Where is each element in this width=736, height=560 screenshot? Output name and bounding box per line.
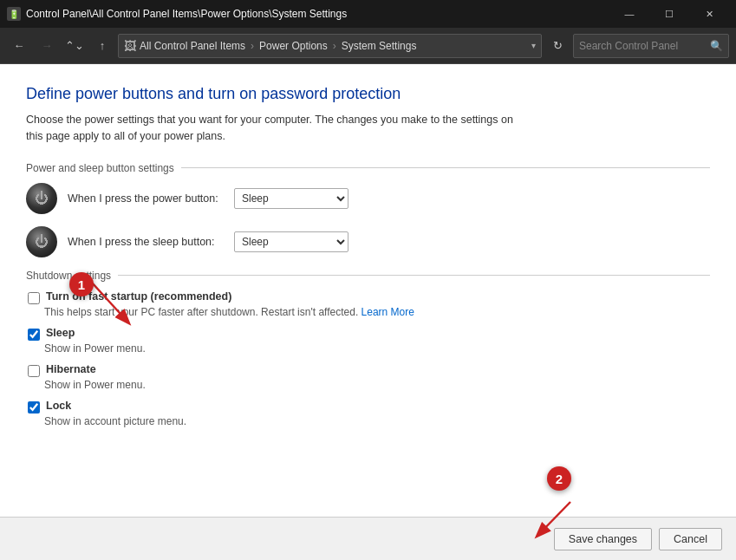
breadcrumb-sep-1: › <box>251 40 254 52</box>
breadcrumb-power: Power Options <box>259 40 328 52</box>
minimize-button[interactable]: — <box>609 0 649 28</box>
app-icon: 🔋 <box>7 7 21 21</box>
power-button-row: When I press the power button: Sleep Do … <box>26 183 710 214</box>
sleep-checkbox[interactable] <box>28 329 40 341</box>
hibernate-checkbox-row: Hibernate <box>28 363 710 377</box>
title-bar-left: 🔋 Control Panel\All Control Panel Items\… <box>7 7 347 21</box>
power-button-select[interactable]: Sleep Do nothing Hibernate Shut down Tur… <box>234 188 348 209</box>
bottom-bar: Save changes Cancel <box>0 517 736 560</box>
main-content: Define power buttons and turn on passwor… <box>0 64 736 560</box>
maximize-button[interactable]: ☐ <box>649 0 689 28</box>
search-box[interactable]: 🔍 <box>573 34 729 58</box>
learn-more-link[interactable]: Learn More <box>361 306 414 318</box>
address-bar[interactable]: 🖼 All Control Panel Items › Power Option… <box>118 34 542 58</box>
power-button-label: When I press the power button: <box>68 192 224 205</box>
power-button-icon <box>26 183 57 214</box>
address-dropdown-button[interactable]: ▾ <box>531 41 536 50</box>
address-icon: 🖼 <box>124 39 136 53</box>
hibernate-checkbox[interactable] <box>28 365 40 377</box>
up-down-button[interactable]: ⌃⌄ <box>62 34 87 58</box>
sleep-button-label: When I press the sleep button: <box>68 236 224 248</box>
sleep-checkbox-row: Sleep <box>28 327 710 341</box>
content-body: Define power buttons and turn on passwor… <box>0 64 736 517</box>
lock-checkbox[interactable] <box>28 401 40 413</box>
annotation-marker-2: 2 <box>547 466 571 491</box>
page-title: Define power buttons and turn on passwor… <box>26 85 710 103</box>
sleep-checkbox-desc: Show in Power menu. <box>44 342 710 355</box>
save-changes-button[interactable]: Save changes <box>554 528 652 550</box>
shutdown-section-header: Shutdown settings <box>26 270 710 282</box>
power-sleep-section-header: Power and sleep button settings <box>26 162 710 174</box>
sleep-checkbox-label[interactable]: Sleep <box>46 327 75 339</box>
breadcrumb-sep-2: › <box>333 40 336 52</box>
shutdown-section: Shutdown settings Turn on fast startup (… <box>26 270 710 427</box>
hibernate-checkbox-label[interactable]: Hibernate <box>46 363 96 375</box>
fast-startup-checkbox[interactable] <box>28 292 40 304</box>
fast-startup-row: Turn on fast startup (recommended) <box>28 290 710 304</box>
refresh-button[interactable]: ↻ <box>545 34 570 58</box>
forward-button[interactable]: → <box>35 34 59 58</box>
up-button[interactable]: ↑ <box>90 34 114 58</box>
window-title: Control Panel\All Control Panel Items\Po… <box>26 8 347 20</box>
navigation-bar: ← → ⌃⌄ ↑ 🖼 All Control Panel Items › Pow… <box>0 28 736 64</box>
title-bar: 🔋 Control Panel\All Control Panel Items\… <box>0 0 736 28</box>
search-icon: 🔍 <box>710 40 723 52</box>
page-description: Choose the power settings that you want … <box>26 112 529 145</box>
sleep-button-icon <box>26 226 57 257</box>
fast-startup-desc: This helps start your PC faster after sh… <box>44 306 710 318</box>
close-button[interactable]: ✕ <box>689 0 729 28</box>
sleep-button-select[interactable]: Sleep Do nothing Hibernate Shut down Tur… <box>234 231 348 252</box>
breadcrumb-all: All Control Panel Items <box>140 40 245 52</box>
hibernate-checkbox-desc: Show in Power menu. <box>44 379 710 391</box>
search-input[interactable] <box>579 40 707 52</box>
lock-checkbox-row: Lock <box>28 400 710 413</box>
back-button[interactable]: ← <box>7 34 31 58</box>
cancel-button[interactable]: Cancel <box>659 528 722 550</box>
annotation-marker-1: 1 <box>69 272 94 296</box>
lock-checkbox-label[interactable]: Lock <box>46 400 71 412</box>
breadcrumb-system: System Settings <box>342 40 417 52</box>
title-bar-controls: — ☐ ✕ <box>609 0 729 28</box>
sleep-button-row: When I press the sleep button: Sleep Do … <box>26 226 710 257</box>
lock-checkbox-desc: Show in account picture menu. <box>44 415 710 427</box>
